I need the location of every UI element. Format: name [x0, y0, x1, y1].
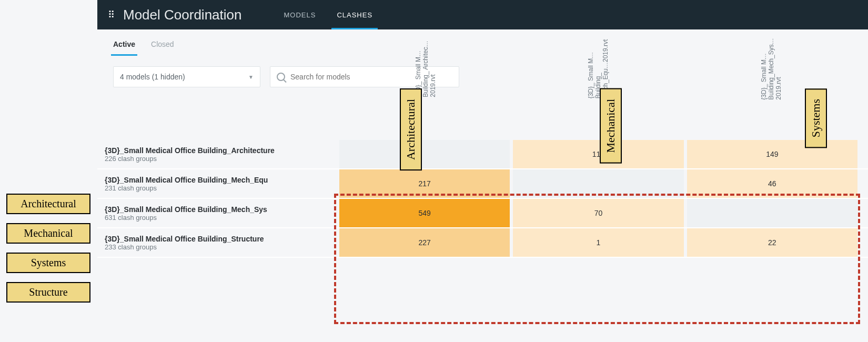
- clash-cell[interactable]: 217: [339, 169, 510, 198]
- row-model-name: {3D}_Small Medical Office Building_Mech_…: [105, 176, 334, 184]
- model-filter-dropdown[interactable]: 4 models (1 hidden) ▼: [113, 66, 260, 87]
- matrix-row-sys: {3D}_Small Medical Office Building_Mech_…: [97, 199, 868, 228]
- clash-cell[interactable]: 149: [687, 140, 857, 168]
- clash-cell[interactable]: 227: [339, 228, 510, 257]
- row-clash-count: 226 clash groups: [105, 155, 334, 163]
- search-icon: [277, 73, 285, 81]
- annotation-row-badge-mech: Mechanical: [6, 223, 90, 244]
- apps-grid-icon[interactable]: ⠿: [108, 12, 116, 17]
- column-header-mech[interactable]: {3D}_ Small M…Building_Mech_Equ…2019.rvt: [512, 40, 684, 140]
- nav-tab-models[interactable]: MODELS: [273, 0, 326, 29]
- row-model-name: {3D}_Small Medical Office Building_Mech_…: [105, 205, 334, 214]
- app-title: Model Coordination: [123, 7, 241, 23]
- subtab-closed[interactable]: Closed: [151, 40, 174, 56]
- clash-cell[interactable]: 549: [339, 199, 510, 227]
- row-label[interactable]: {3D}_Small Medical Office Building_Struc…: [97, 228, 339, 257]
- matrix-row-arch: {3D}_Small Medical Office Building_Archi…: [97, 140, 868, 169]
- matrix-row-struct: {3D}_Small Medical Office Building_Struc…: [97, 228, 868, 258]
- row-label[interactable]: {3D}_Small Medical Office Building_Mech_…: [97, 169, 339, 198]
- column-header-sys[interactable]: {3D}_ Small M…Building_Mech_Sys…2019.rvt: [685, 40, 857, 140]
- row-label[interactable]: {3D}_Small Medical Office Building_Mech_…: [97, 199, 339, 227]
- annotation-col-badge-mech: Mechanical: [600, 88, 622, 164]
- annotation-col-badge-arch: Architectural: [400, 88, 422, 170]
- row-clash-count: 233 clash groups: [105, 243, 334, 251]
- matrix-row-mech: {3D}_Small Medical Office Building_Mech_…: [97, 169, 868, 199]
- clash-cell[interactable]: 46: [687, 169, 857, 198]
- row-label[interactable]: {3D}_Small Medical Office Building_Archi…: [97, 140, 339, 168]
- row-clash-count: 231 clash groups: [105, 184, 334, 192]
- annotation-row-badge-arch: Architectural: [6, 194, 90, 214]
- annotation-row-badge-sys: Systems: [6, 253, 90, 273]
- app-header: ⠿ Model Coordination MODELS CLASHES: [97, 0, 868, 29]
- nav-tab-clashes[interactable]: CLASHES: [326, 0, 383, 29]
- clash-cell[interactable]: 119: [513, 140, 683, 168]
- annotation-row-badge-struct: Structure: [6, 282, 90, 303]
- clash-matrix: {3D}_ Small M…Building_ Architec…2019.rv…: [97, 140, 868, 258]
- clash-cell: [687, 199, 857, 227]
- column-header-label: {3D}_ Small M…Building_Mech_Sys…2019.rvt: [760, 38, 782, 99]
- chevron-down-icon: ▼: [248, 74, 254, 80]
- subtab-active[interactable]: Active: [113, 40, 135, 56]
- clash-cell[interactable]: 1: [513, 228, 683, 257]
- row-model-name: {3D}_Small Medical Office Building_Archi…: [105, 146, 334, 155]
- row-clash-count: 631 clash groups: [105, 214, 334, 222]
- clash-cell: [513, 169, 683, 198]
- clash-cell[interactable]: 22: [687, 228, 857, 257]
- primary-nav: MODELS CLASHES: [273, 0, 383, 29]
- column-header-arch[interactable]: {3D}_ Small M…Building_ Architec…2019.rv…: [339, 40, 512, 140]
- clash-cell[interactable]: 70: [513, 199, 683, 227]
- dropdown-label: 4 models (1 hidden): [120, 73, 185, 81]
- row-model-name: {3D}_Small Medical Office Building_Struc…: [105, 235, 334, 243]
- clash-cell: [339, 140, 510, 168]
- annotation-col-badge-sys: Systems: [805, 88, 827, 148]
